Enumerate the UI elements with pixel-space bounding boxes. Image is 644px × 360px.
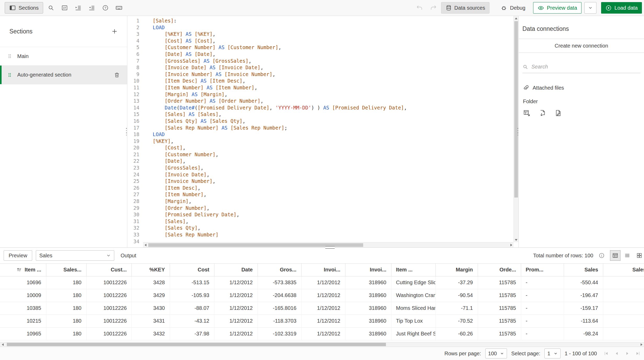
scroll-left-arrow-icon[interactable] <box>0 342 5 347</box>
debug-button[interactable]: Debug <box>496 2 529 14</box>
sections-toggle-button[interactable]: Sections <box>5 2 43 14</box>
column-header[interactable]: Prom... <box>521 264 564 276</box>
code-line[interactable]: 16 [Sales Qty] AS [Sales Qty], <box>127 118 514 125</box>
code-line[interactable]: 14 Date(Date#([Promised Delivery Date], … <box>127 104 514 111</box>
code-line[interactable]: 9 [Invoice Number] AS [Invoice Number], <box>127 71 514 78</box>
code-line[interactable]: 2LOAD <box>127 24 514 31</box>
scroll-left-arrow-icon[interactable] <box>143 242 148 247</box>
code-line[interactable]: 10 [Item Desc] AS [Item Desc], <box>127 78 514 84</box>
rows-per-page-select[interactable]: 100 <box>485 349 507 358</box>
code-line[interactable]: 3 [%KEY] AS [%KEY], <box>127 31 514 38</box>
code-line[interactable]: 1[Sales]: <box>127 18 514 24</box>
section-drag-handle[interactable] <box>7 72 13 78</box>
indent-button[interactable] <box>72 2 84 14</box>
column-header[interactable]: Margin <box>435 264 478 276</box>
sidebar-item-auto-generated-section[interactable]: Auto-generated section <box>0 66 127 84</box>
table-hscroll-thumb[interactable] <box>7 343 386 346</box>
code-area[interactable]: 1[Sales]:2LOAD3 [%KEY] AS [%KEY],4 [Cost… <box>127 16 514 247</box>
code-line[interactable]: 27 [Item Number], <box>127 191 514 198</box>
code-line[interactable]: 6 [Date] AS [Date], <box>127 51 514 58</box>
code-line[interactable]: 32 [Sales Qty], <box>127 225 514 231</box>
attached-files-header[interactable]: Attached files <box>522 85 640 91</box>
last-page-button[interactable] <box>632 348 643 359</box>
load-data-button[interactable]: Load data <box>601 2 642 14</box>
first-page-button[interactable] <box>601 348 612 359</box>
code-line[interactable]: 19[%KEY], <box>127 138 514 145</box>
code-line[interactable]: 22 [Date], <box>127 158 514 165</box>
help-button[interactable]: ? <box>100 2 111 14</box>
connection-search-input[interactable] <box>531 64 640 70</box>
column-header[interactable]: Cust... <box>86 264 132 276</box>
column-header[interactable]: Cost <box>170 264 214 276</box>
column-header[interactable]: Invoi... <box>301 264 345 276</box>
left-splitter-handle[interactable] <box>125 128 128 136</box>
column-header[interactable]: Invoi... <box>345 264 391 276</box>
editor-vscroll-thumb[interactable] <box>514 21 518 198</box>
shortcuts-button[interactable] <box>113 2 125 14</box>
data-sources-button[interactable]: Data sources <box>441 2 490 14</box>
scroll-up-arrow-icon[interactable] <box>514 16 518 21</box>
code-line[interactable]: 33 [Sales Rep Number] <box>127 231 514 238</box>
code-line[interactable]: 5 [Customer Number] AS [Customer Number]… <box>127 44 514 51</box>
code-line[interactable]: 4 [Cost] AS [Cost], <box>127 38 514 44</box>
preview-tab-button[interactable]: Preview <box>4 250 32 261</box>
code-line[interactable]: 7 [GrossSales] AS [GrossSales], <box>127 58 514 65</box>
panel-resize-handle[interactable] <box>325 246 335 249</box>
column-header[interactable]: Date <box>214 264 258 276</box>
prev-page-button[interactable] <box>612 348 622 359</box>
select-data-button[interactable] <box>523 109 531 117</box>
code-line[interactable]: 20 [Cost], <box>127 144 514 151</box>
comment-button[interactable] <box>59 2 70 14</box>
import-data-button[interactable] <box>539 109 546 117</box>
add-section-button[interactable] <box>109 26 120 37</box>
code-line[interactable]: 15 [Sales] AS [Sales], <box>127 111 514 118</box>
scroll-right-arrow-icon[interactable] <box>509 242 514 247</box>
scroll-right-arrow-icon[interactable] <box>639 342 644 347</box>
output-tab-button[interactable]: Output <box>118 253 139 259</box>
code-line[interactable]: 24 [Invoice Date], <box>127 171 514 178</box>
code-line[interactable]: 12 [Margin] AS [Margin], <box>127 91 514 98</box>
preview-table-select[interactable]: Sales <box>36 250 114 261</box>
right-splitter-handle[interactable] <box>517 128 519 136</box>
create-connection-button[interactable]: Create new connection <box>519 39 644 53</box>
code-line[interactable]: 28 [Margin], <box>127 198 514 205</box>
code-line[interactable]: 26 [Item Desc], <box>127 185 514 191</box>
code-line[interactable]: 25 [Invoice Number], <box>127 178 514 185</box>
table-horizontal-scrollbar[interactable] <box>0 342 644 347</box>
folder-connection-label[interactable]: Folder <box>523 98 640 104</box>
code-line[interactable]: 29 [Order Number], <box>127 205 514 212</box>
code-line[interactable]: 17 [Sales Rep Number] AS [Sales Rep Numb… <box>127 125 514 131</box>
column-header[interactable]: Item ... <box>391 264 435 276</box>
outdent-button[interactable] <box>86 2 98 14</box>
column-header[interactable]: Item ... <box>0 264 46 276</box>
load-options-chevron-button[interactable] <box>584 2 596 14</box>
select-page-select[interactable]: 1 <box>544 349 560 358</box>
redo-button[interactable] <box>428 2 439 14</box>
code-line[interactable]: 31 [Sales], <box>127 218 514 225</box>
section-drag-handle[interactable] <box>7 53 13 59</box>
preview-data-button[interactable]: Preview data <box>533 2 582 14</box>
code-line[interactable]: 18LOAD <box>127 131 514 138</box>
code-line[interactable]: 23 [GrossSales], <box>127 165 514 171</box>
script-editor[interactable]: 1[Sales]:2LOAD3 [%KEY] AS [%KEY],4 [Cost… <box>127 16 518 247</box>
table-view-button[interactable] <box>610 250 620 261</box>
code-line[interactable]: 30 [Promised Delivery Date], <box>127 211 514 218</box>
column-header[interactable]: Sales... <box>603 264 644 276</box>
rows-info-button[interactable] <box>597 251 606 260</box>
card-view-button[interactable] <box>634 250 644 261</box>
edit-connection-button[interactable] <box>554 109 562 117</box>
scroll-down-arrow-icon[interactable] <box>514 237 518 242</box>
column-header[interactable]: %KEY <box>132 264 170 276</box>
delete-section-button[interactable] <box>112 70 122 80</box>
code-line[interactable]: 11 [Item Number] AS [Item Number], <box>127 84 514 91</box>
undo-button[interactable] <box>414 2 425 14</box>
list-view-button[interactable] <box>622 250 632 261</box>
editor-search-button[interactable] <box>45 2 57 14</box>
code-line[interactable]: 13 [Order Number] AS [Order Number], <box>127 98 514 104</box>
code-line[interactable]: 8 [Invoice Date] AS [Invoice Date], <box>127 64 514 71</box>
sidebar-item-main[interactable]: Main <box>0 47 127 66</box>
next-page-button[interactable] <box>622 348 632 359</box>
code-line[interactable]: 21 [Customer Number], <box>127 151 514 158</box>
column-header[interactable]: Sales... <box>46 264 86 276</box>
column-header[interactable]: Gros... <box>258 264 301 276</box>
